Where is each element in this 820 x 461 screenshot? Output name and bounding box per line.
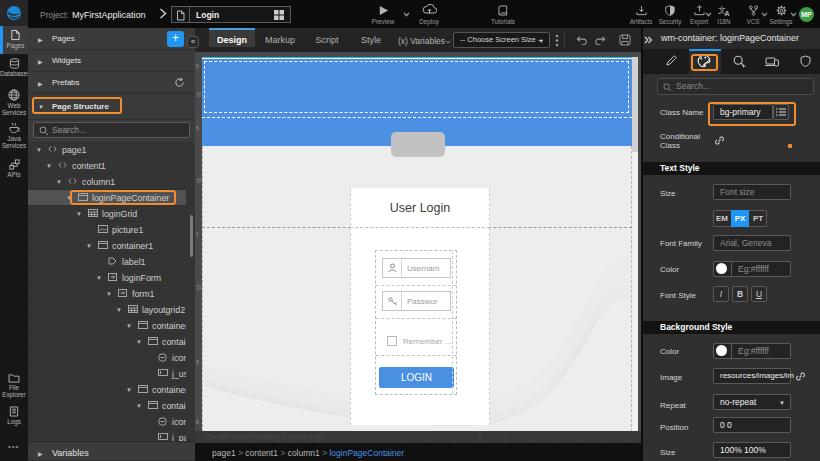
svg-text:A: A	[724, 10, 729, 17]
